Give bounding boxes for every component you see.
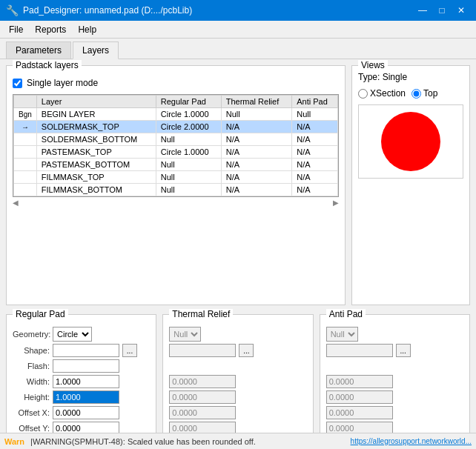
row-regular-pad: Circle 1.0000 <box>156 146 221 159</box>
thermal-height-input[interactable] <box>169 390 236 404</box>
maximize-button[interactable]: □ <box>433 3 451 18</box>
row-regular-pad: Null <box>156 184 221 196</box>
col-marker <box>14 96 37 108</box>
antipad-width-input[interactable] <box>326 375 393 388</box>
antipad-offsetx-input[interactable] <box>326 406 393 419</box>
row-marker <box>14 159 37 171</box>
padstack-group-title: Padstack layers <box>13 60 82 70</box>
thermal-offsetx-row <box>169 406 306 419</box>
offsety-label: Offset Y: <box>13 424 50 433</box>
antipad-height-input[interactable] <box>326 390 393 404</box>
status-message: |WARNING(SPMHUT-48): Scaled value has be… <box>30 437 256 446</box>
row-regular-pad: Circle 1.0000 <box>156 108 221 121</box>
offsetx-input[interactable]: 0.0000 <box>53 406 119 419</box>
title-bar: 🔧 Pad_Designer: unnamed.pad (D:.../pcbLi… <box>0 0 476 21</box>
row-thermal: N/A <box>221 184 292 196</box>
thermal-shape-input[interactable] <box>169 344 236 357</box>
menu-reports[interactable]: Reports <box>29 23 72 36</box>
width-input[interactable]: 1.0000 <box>53 375 119 388</box>
tab-layers[interactable]: Layers <box>73 41 119 59</box>
views-radio-row: XSection Top <box>358 88 463 99</box>
tab-parameters[interactable]: Parameters <box>6 41 71 59</box>
shape-input[interactable] <box>53 344 119 357</box>
regular-pad-title: Regular Pad <box>13 309 68 319</box>
views-group: Views Type: Single XSection Top <box>351 65 470 305</box>
thermal-geometry-select[interactable]: Null <box>169 327 201 342</box>
row-antipad: N/A <box>292 121 338 133</box>
table-row[interactable]: PASTEMASK_TOP Circle 1.0000 N/A N/A <box>14 146 338 159</box>
table-row[interactable]: Bgn BEGIN LAYER Circle 1.0000 Null Null <box>14 108 338 121</box>
single-layer-checkbox[interactable] <box>13 79 22 88</box>
radio-top[interactable] <box>411 89 421 99</box>
thermal-geometry-row: Null <box>169 327 306 342</box>
minimize-button[interactable]: — <box>414 3 432 18</box>
menu-bar: File Reports Help <box>0 21 476 39</box>
width-label: Width: <box>13 377 50 386</box>
geometry-label: Geometry: <box>13 330 50 339</box>
thermal-offsetx-input[interactable] <box>169 406 236 419</box>
row-antipad: N/A <box>292 146 338 159</box>
height-row: Height: 1.0000 <box>13 390 150 404</box>
menu-help[interactable]: Help <box>72 23 102 36</box>
col-layer: Layer <box>36 96 156 108</box>
row-layer: PASTEMASK_BOTTOM <box>36 159 156 171</box>
thermal-width-input[interactable] <box>169 375 236 388</box>
row-thermal: N/A <box>221 133 292 146</box>
tab-bar: Parameters Layers <box>0 39 476 59</box>
views-type-value: Single <box>383 72 407 82</box>
layer-table: Layer Regular Pad Thermal Relief Anti Pa… <box>13 95 338 196</box>
main-content: Padstack layers Single layer mode Layer … <box>0 59 476 311</box>
antipad-width-row <box>326 375 463 388</box>
row-antipad: N/A <box>292 133 338 146</box>
single-layer-row: Single layer mode <box>13 78 339 88</box>
shape-browse-btn[interactable]: ... <box>122 344 137 357</box>
table-row[interactable]: → SOLDERMASK_TOP Circle 2.0000 N/A N/A <box>14 121 338 133</box>
status-link[interactable]: https://allegrosupport.networkworld... <box>351 437 472 445</box>
antipad-browse-btn[interactable]: ... <box>396 344 411 357</box>
row-regular-pad: Circle 2.0000 <box>156 121 221 133</box>
antipad-offsetx-row <box>326 406 463 419</box>
layer-table-container[interactable]: Layer Regular Pad Thermal Relief Anti Pa… <box>13 94 339 197</box>
single-layer-label: Single layer mode <box>27 78 98 88</box>
row-layer: FILMMASK_TOP <box>36 171 156 184</box>
padstack-group: Padstack layers Single layer mode Layer … <box>6 65 346 305</box>
bottom-section: Regular Pad Geometry: Circle Shape: ... … <box>0 311 476 447</box>
views-type-label: Type: <box>358 72 380 82</box>
row-antipad: N/A <box>292 184 338 196</box>
antipad-geometry-row: Null <box>326 327 463 342</box>
window-title: Pad_Designer: unnamed.pad (D:.../pcbLib) <box>23 5 192 16</box>
row-thermal: Null <box>221 108 292 121</box>
antipad-geometry-select[interactable]: Null <box>326 327 358 342</box>
antipad-shape-input[interactable] <box>326 344 393 357</box>
menu-file[interactable]: File <box>3 23 29 36</box>
flash-input[interactable] <box>53 359 119 373</box>
preview-area <box>358 104 463 179</box>
table-row[interactable]: PASTEMASK_BOTTOM Null N/A N/A <box>14 159 338 171</box>
row-thermal: N/A <box>221 146 292 159</box>
antipad-spacer <box>326 359 463 373</box>
offsetx-row: Offset X: 0.0000 <box>13 406 150 419</box>
shape-row: Shape: ... <box>13 344 150 357</box>
row-layer: SOLDERMASK_TOP <box>36 121 156 133</box>
thermal-browse-btn[interactable]: ... <box>239 344 254 357</box>
geometry-row: Geometry: Circle <box>13 327 150 342</box>
col-regular-pad: Regular Pad <box>156 96 221 108</box>
row-layer: PASTEMASK_TOP <box>36 146 156 159</box>
close-button[interactable]: ✕ <box>452 3 470 18</box>
row-marker <box>14 133 37 146</box>
radio-xsection[interactable] <box>358 89 368 99</box>
radio-top-label[interactable]: Top <box>411 88 437 99</box>
height-input[interactable]: 1.0000 <box>53 390 119 404</box>
radio-xsection-label[interactable]: XSection <box>358 88 406 99</box>
row-thermal: N/A <box>221 171 292 184</box>
row-antipad: N/A <box>292 171 338 184</box>
flash-row: Flash: <box>13 359 150 373</box>
row-marker <box>14 146 37 159</box>
geometry-select[interactable]: Circle <box>53 327 92 342</box>
pad-preview-circle <box>381 112 440 171</box>
table-row[interactable]: FILMMASK_TOP Null N/A N/A <box>14 171 338 184</box>
table-row[interactable]: FILMMASK_BOTTOM Null N/A N/A <box>14 184 338 196</box>
views-group-title: Views <box>358 60 388 70</box>
table-row[interactable]: SOLDERMASK_BOTTOM Null N/A N/A <box>14 133 338 146</box>
thermal-width-row <box>169 375 306 388</box>
